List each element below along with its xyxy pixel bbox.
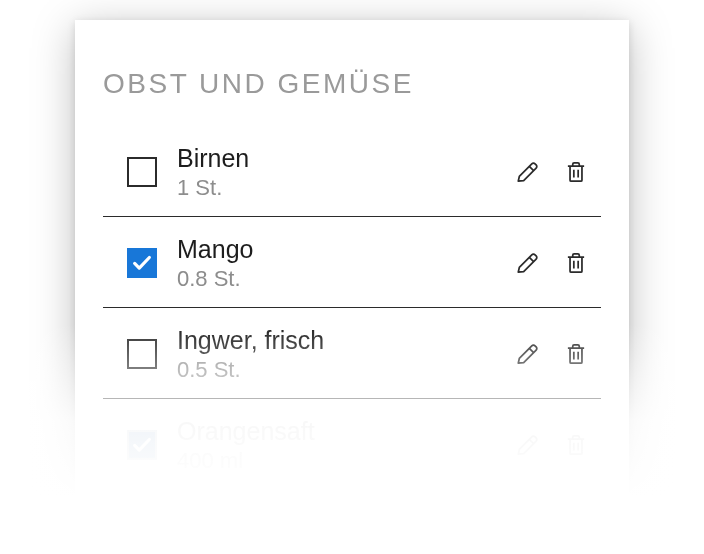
item-checkbox[interactable] [127, 339, 157, 369]
item-checkbox[interactable] [127, 430, 157, 460]
item-name: Ingwer, frisch [177, 326, 513, 355]
edit-icon[interactable] [513, 430, 543, 460]
list-item: Birnen 1 St. [103, 126, 601, 217]
item-list: Birnen 1 St. Mango 0.8 St. [103, 126, 601, 489]
shopping-list-card: Obst und Gemüse Birnen 1 St. [75, 20, 629, 554]
trash-icon[interactable] [561, 339, 591, 369]
list-item: Ingwer, frisch 0.5 St. [103, 308, 601, 399]
item-checkbox[interactable] [127, 157, 157, 187]
edit-icon[interactable] [513, 248, 543, 278]
list-item: Mango 0.8 St. [103, 217, 601, 308]
item-quantity: 0.5 St. [177, 357, 513, 382]
item-texts: Birnen 1 St. [177, 144, 513, 200]
item-texts: Orangensaft 400 ml [177, 417, 513, 473]
item-texts: Ingwer, frisch 0.5 St. [177, 326, 513, 382]
item-texts: Mango 0.8 St. [177, 235, 513, 291]
item-name: Birnen [177, 144, 513, 173]
item-actions [513, 157, 601, 187]
edit-icon[interactable] [513, 157, 543, 187]
section-title: Obst und Gemüse [103, 68, 601, 100]
item-quantity: 0.8 St. [177, 266, 513, 291]
item-name: Mango [177, 235, 513, 264]
list-item: Orangensaft 400 ml [103, 399, 601, 489]
trash-icon[interactable] [561, 157, 591, 187]
item-quantity: 400 ml [177, 448, 513, 473]
item-actions [513, 248, 601, 278]
trash-icon[interactable] [561, 430, 591, 460]
item-actions [513, 339, 601, 369]
item-actions [513, 430, 601, 460]
item-quantity: 1 St. [177, 175, 513, 200]
item-name: Orangensaft [177, 417, 513, 446]
item-checkbox[interactable] [127, 248, 157, 278]
trash-icon[interactable] [561, 248, 591, 278]
edit-icon[interactable] [513, 339, 543, 369]
